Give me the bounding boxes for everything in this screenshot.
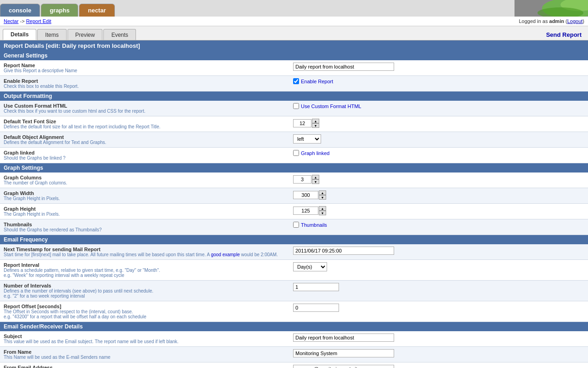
tab-details[interactable]: Details	[3, 29, 36, 40]
field-report-interval-input-container: Hour(s) Day(s) Week(s) Month(s)	[293, 262, 584, 271]
num-intervals-input[interactable]	[293, 283, 339, 291]
field-report-name-input-container	[293, 63, 584, 71]
field-from-email-input-container	[293, 365, 584, 368]
breadcrumb-bar: Nectar -> Report Edit Logged in as admin…	[0, 17, 588, 26]
thumbnails-checkbox[interactable]	[293, 222, 299, 228]
field-next-timestamp-label: Next Timestamp for sending Mail Report S…	[4, 247, 293, 257]
field-graph-height-row: Graph Height The Graph Height in Pixels.…	[0, 204, 588, 219]
from-name-input[interactable]	[293, 349, 394, 357]
report-offset-input[interactable]	[293, 304, 339, 312]
tab-events[interactable]: Events	[103, 29, 136, 40]
graph-linked-checkbox-label: Graph linked	[301, 150, 329, 156]
subject-input[interactable]	[293, 334, 394, 342]
from-email-input[interactable]	[293, 365, 394, 368]
section-graph-settings: Graph Settings	[0, 163, 588, 172]
font-size-input[interactable]	[293, 119, 311, 127]
field-font-size-label: Default Text Font Size Defines the defau…	[4, 119, 293, 129]
thumbnails-checkbox-label: Thumbnails	[301, 222, 327, 228]
send-report-button[interactable]: Send Report	[546, 31, 585, 38]
nav-tab-nectar[interactable]: nectar	[79, 4, 114, 17]
auth-info: Logged in as admin (Logout)	[519, 18, 584, 24]
graph-width-up-button[interactable]: ▲	[319, 190, 326, 195]
field-report-interval-label: Report Interval Defines a schedule patte…	[4, 262, 293, 278]
field-report-offset-input-container	[293, 304, 584, 312]
graph-height-spinner: ▲ ▼	[293, 206, 326, 215]
field-graph-height-input-container: ▲ ▼	[293, 206, 584, 215]
field-report-offset-label: Report Offset [seconds] The Offset in Se…	[4, 304, 293, 319]
field-num-intervals-row: Number of Intervals Defines a the number…	[0, 281, 588, 301]
section-email-sender-receiver: Email Sender/Receiver Details	[0, 322, 588, 331]
graph-width-spinner: ▲ ▼	[293, 190, 326, 200]
field-from-email-label: From Email Address This Adress will be u…	[4, 365, 293, 368]
graph-width-input[interactable]	[293, 191, 318, 199]
field-custom-html-row: Use Custom Format HTML Check this box if…	[0, 101, 588, 116]
field-graph-linked-input-container: Graph linked	[293, 150, 584, 156]
nav-tab-console[interactable]: console	[0, 4, 40, 17]
field-report-name-row: Report Name Give this Report a descripti…	[0, 60, 588, 76]
field-enable-report-row: Enable Report Check this box to enable t…	[0, 76, 588, 92]
graph-height-down-button[interactable]: ▼	[319, 211, 326, 215]
field-num-intervals-label: Number of Intervals Defines a the number…	[4, 283, 293, 299]
field-custom-html-input-container: Use Custom Format HTML	[293, 103, 584, 109]
logout-link[interactable]: Logout	[567, 18, 583, 24]
custom-html-label: Use Custom Format HTML	[301, 104, 361, 109]
field-num-intervals-input-container	[293, 283, 584, 291]
breadcrumb-report-edit[interactable]: Report Edit	[26, 18, 51, 24]
graph-height-input[interactable]	[293, 207, 318, 215]
graph-columns-spinner: ▲ ▼	[293, 175, 319, 184]
field-alignment-row: Default Object Alignment Defines the def…	[0, 132, 588, 148]
field-from-name-label: From Name This Name will be used as the …	[4, 349, 293, 360]
graph-width-down-button[interactable]: ▼	[319, 195, 326, 200]
field-font-size-row: Default Text Font Size Defines the defau…	[0, 116, 588, 132]
custom-html-checkbox[interactable]	[293, 103, 299, 109]
field-from-name-input-container	[293, 349, 584, 357]
section-general-settings: General Settings	[0, 51, 588, 60]
font-size-spinner: ▲ ▼	[293, 119, 319, 128]
field-enable-report-input-container: Enable Report	[293, 78, 584, 84]
graph-width-spinner-buttons: ▲ ▼	[319, 190, 326, 200]
tab-preview[interactable]: Preview	[68, 29, 103, 40]
top-nav: console graphs nectar	[0, 0, 588, 17]
field-enable-report-label: Enable Report Check this box to enable t…	[4, 78, 293, 89]
field-next-timestamp-row: Next Timestamp for sending Mail Report S…	[0, 244, 588, 260]
field-graph-width-label: Graph Width The Graph Height in Pixels.	[4, 190, 293, 201]
field-thumbnails-row: Thumbnails Should the Graphs be rendered…	[0, 219, 588, 235]
field-alignment-input-container: left center right	[293, 134, 584, 144]
field-graph-columns-input-container: ▲ ▼	[293, 175, 584, 184]
field-alignment-label: Default Object Alignment Defines the def…	[4, 134, 293, 145]
field-custom-html-label: Use Custom Format HTML Check this box if…	[4, 103, 293, 114]
next-timestamp-input[interactable]	[293, 247, 394, 255]
graph-linked-checkbox[interactable]	[293, 150, 299, 156]
field-next-timestamp-desc: Start time for [first|next] mail to take…	[4, 252, 293, 257]
section-email-frequency: Email Frequency	[0, 235, 588, 244]
field-graph-columns-row: Graph Columns The number of Graph column…	[0, 172, 588, 188]
graph-columns-spinner-buttons: ▲ ▼	[312, 175, 319, 184]
field-graph-linked-row: Graph linked Should the Graphs be linked…	[0, 148, 588, 163]
tab-items[interactable]: Items	[37, 29, 66, 40]
nav-tab-graphs[interactable]: graphs	[41, 4, 78, 17]
page-tabs: Details Items Preview Events	[3, 29, 137, 40]
field-from-email-row: From Email Address This Adress will be u…	[0, 362, 588, 368]
field-graph-width-row: Graph Width The Graph Height in Pixels. …	[0, 188, 588, 204]
report-interval-select[interactable]: Hour(s) Day(s) Week(s) Month(s)	[293, 262, 327, 271]
report-name-input[interactable]	[293, 63, 394, 71]
enable-report-checkbox[interactable]	[293, 78, 299, 84]
field-report-interval-row: Report Interval Defines a schedule patte…	[0, 260, 588, 281]
graph-columns-input[interactable]	[293, 175, 311, 184]
field-from-name-row: From Name This Name will be used as the …	[0, 347, 588, 362]
field-subject-label: Subject This value will be used as the E…	[4, 334, 293, 344]
font-size-up-button[interactable]: ▲	[312, 119, 319, 123]
field-graph-width-input-container: ▲ ▼	[293, 190, 584, 200]
font-size-down-button[interactable]: ▼	[312, 123, 319, 128]
breadcrumb-nectar[interactable]: Nectar	[4, 18, 18, 24]
alignment-select[interactable]: left center right	[293, 134, 321, 144]
font-size-spinner-buttons: ▲ ▼	[312, 119, 319, 128]
report-details-header: Report Details [edit: Daily report from …	[0, 40, 588, 51]
auth-username: admin	[549, 18, 564, 24]
graph-columns-down-button[interactable]: ▼	[312, 179, 319, 184]
graph-height-up-button[interactable]: ▲	[319, 206, 326, 211]
field-next-timestamp-input-container	[293, 247, 584, 255]
field-thumbnails-label: Thumbnails Should the Graphs be rendered…	[4, 222, 293, 232]
graph-columns-up-button[interactable]: ▲	[312, 175, 319, 179]
field-graph-height-label: Graph Height The Graph Height in Pixels.	[4, 206, 293, 217]
